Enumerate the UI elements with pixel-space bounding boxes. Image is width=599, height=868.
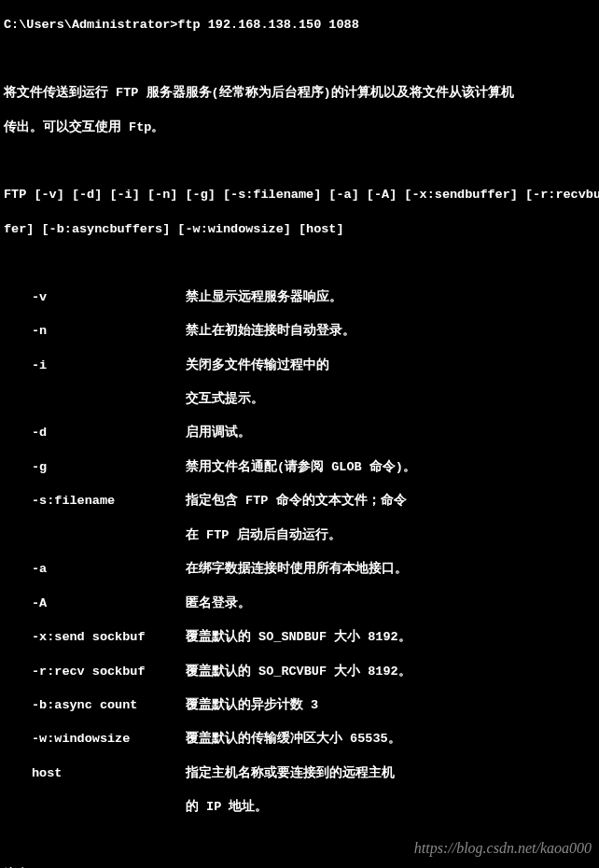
option-row: -d启用调试。 [4, 425, 595, 441]
option-row: -b:async count覆盖默认的异步计数 3 [4, 697, 595, 714]
option-desc: 覆盖默认的 SO_SNDBUF 大小 8192。 [186, 629, 411, 646]
option-desc: 匿名登录。 [186, 595, 251, 612]
option-key: -g [4, 459, 186, 476]
option-row: -A匿名登录。 [4, 595, 595, 612]
option-row: -v禁止显示远程服务器响应。 [4, 289, 595, 306]
option-key: -i [4, 357, 186, 374]
cmd-prompt: C:\Users\Administrator> [4, 18, 177, 32]
option-key: -v [4, 289, 186, 306]
option-desc: 的 IP 地址。 [186, 799, 268, 816]
option-key [4, 527, 186, 544]
option-row: -i关闭多文件传输过程中的 [4, 357, 595, 374]
option-row: -g禁用文件名通配(请参阅 GLOB 命令)。 [4, 459, 595, 476]
option-key: -s:filename [4, 493, 186, 510]
cmd-input: ftp 192.168.138.150 1088 [177, 18, 358, 32]
option-desc: 禁止显示远程服务器响应。 [186, 289, 342, 306]
option-row: -x:send sockbuf覆盖默认的 SO_SNDBUF 大小 8192。 [4, 629, 595, 646]
watermark-text: https://blog.csdn.net/kaoa000 [414, 838, 592, 859]
option-row: -s:filename指定包含 FTP 命令的文本文件；命令 [4, 493, 595, 510]
option-key: -x:send sockbuf [4, 629, 186, 646]
option-key: -r:recv sockbuf [4, 664, 186, 680]
option-desc: 关闭多文件传输过程中的 [186, 357, 329, 374]
option-desc: 在绑字数据连接时使用所有本地接口。 [186, 561, 408, 578]
option-key: -d [4, 425, 186, 441]
intro-text: 将文件传送到运行 FTP 服务器服务(经常称为后台程序)的计算机以及将文件从该计… [4, 85, 595, 102]
option-desc: 指定主机名称或要连接到的远程主机 [186, 765, 395, 782]
option-desc: 禁用文件名通配(请参阅 GLOB 命令)。 [186, 459, 416, 476]
option-row: 交互式提示。 [4, 391, 595, 408]
usage-text: fer] [-b:asyncbuffers] [-w:windowsize] [… [4, 221, 595, 238]
option-desc: 覆盖默认的 SO_RCVBUF 大小 8192。 [186, 664, 411, 680]
option-desc: 覆盖默认的传输缓冲区大小 65535。 [186, 731, 401, 748]
option-key: -a [4, 561, 186, 578]
option-row: -w:windowsize覆盖默认的传输缓冲区大小 65535。 [4, 731, 595, 748]
option-desc: 覆盖默认的异步计数 3 [186, 697, 318, 714]
usage-text: FTP [-v] [-d] [-i] [-n] [-g] [-s:filenam… [4, 187, 595, 203]
option-row: -n禁止在初始连接时自动登录。 [4, 323, 595, 340]
option-key: host [4, 765, 186, 782]
option-key: -w:windowsize [4, 731, 186, 748]
option-key: -b:async count [4, 697, 186, 714]
option-desc: 禁止在初始连接时自动登录。 [186, 323, 355, 340]
option-row: 的 IP 地址。 [4, 799, 595, 816]
prompt-line[interactable]: C:\Users\Administrator>ftp 192.168.138.1… [4, 17, 595, 34]
option-key [4, 391, 186, 408]
option-row: -r:recv sockbuf覆盖默认的 SO_RCVBUF 大小 8192。 [4, 664, 595, 680]
option-row: host指定主机名称或要连接到的远程主机 [4, 765, 595, 782]
option-desc: 启用调试。 [186, 425, 251, 441]
option-desc: 在 FTP 启动后自动运行。 [186, 527, 341, 544]
option-row: 在 FTP 启动后自动运行。 [4, 527, 595, 544]
terminal-output: C:\Users\Administrator>ftp 192.168.138.1… [0, 0, 599, 868]
option-row: -a在绑字数据连接时使用所有本地接口。 [4, 561, 595, 578]
option-desc: 指定包含 FTP 命令的文本文件；命令 [186, 493, 407, 510]
option-key: -A [4, 595, 186, 612]
intro-text: 传出。可以交互使用 Ftp。 [4, 119, 595, 136]
option-key: -n [4, 323, 186, 340]
option-key [4, 799, 186, 816]
option-desc: 交互式提示。 [186, 391, 264, 408]
